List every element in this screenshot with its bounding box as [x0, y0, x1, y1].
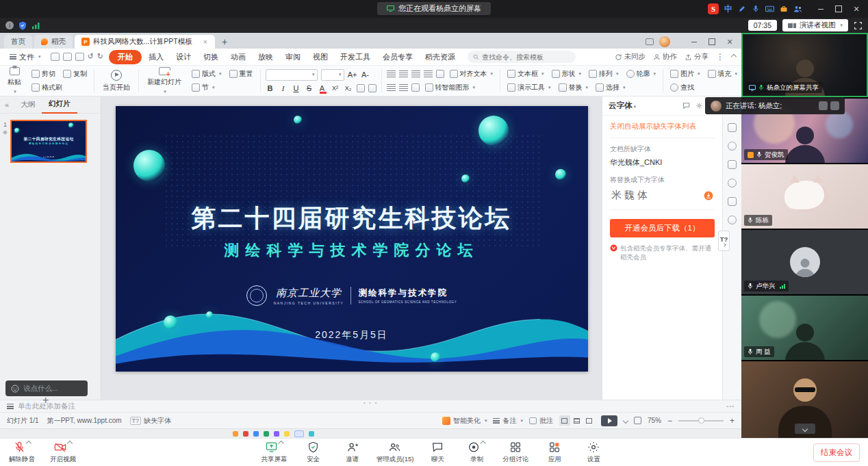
- workspace-icon[interactable]: [646, 38, 654, 45]
- unmute-button[interactable]: 解除静音: [7, 441, 37, 464]
- zoom-out-button[interactable]: [667, 416, 672, 426]
- zoom-in-button[interactable]: [730, 416, 735, 426]
- taskbar-app-icon[interactable]: [309, 431, 314, 437]
- align-justify-button[interactable]: [424, 70, 433, 77]
- paste-button[interactable]: 粘贴: [4, 67, 25, 94]
- menu-start[interactable]: 开始: [109, 50, 142, 64]
- textbox-button[interactable]: 文本框: [505, 68, 546, 79]
- menu-design[interactable]: 设计: [170, 50, 196, 64]
- new-tab-button[interactable]: +: [217, 36, 232, 49]
- toolbox-icon[interactable]: [780, 5, 788, 13]
- align-right-button[interactable]: [411, 70, 420, 77]
- format-painter-button[interactable]: 格式刷: [29, 82, 64, 93]
- clear-format-icon[interactable]: [368, 84, 376, 92]
- present-tools-button[interactable]: 演示工具: [505, 82, 553, 93]
- account-avatar[interactable]: [659, 36, 670, 47]
- font-size-select[interactable]: [321, 69, 344, 81]
- download-icon[interactable]: [704, 191, 713, 200]
- underline-button[interactable]: U: [292, 83, 301, 93]
- menu-member[interactable]: 会员专享: [377, 50, 418, 64]
- menu-insert[interactable]: 插入: [143, 50, 169, 64]
- slide-date[interactable]: 2022年5月5日: [116, 329, 588, 341]
- audio-options-chevron[interactable]: [25, 440, 31, 445]
- play-from-current-button[interactable]: 当页开始: [99, 67, 133, 94]
- zoom-level[interactable]: 75%: [648, 417, 661, 424]
- slide-subtitle[interactable]: 测绘科学与技术学院分论坛: [116, 240, 588, 261]
- menu-transition[interactable]: 切换: [198, 50, 224, 64]
- download-fonts-button[interactable]: 开通会员后下载（1）: [610, 219, 715, 237]
- smart-graphic-button[interactable]: 转智能图形: [423, 82, 478, 93]
- resource-pane-icon[interactable]: [728, 197, 737, 206]
- close-button[interactable]: [849, 3, 864, 14]
- info-icon[interactable]: [5, 21, 14, 29]
- strikethrough-button[interactable]: S: [305, 83, 314, 93]
- decrease-font-button[interactable]: A-: [361, 70, 370, 79]
- save-icon[interactable]: [51, 53, 60, 61]
- taskbar-app-icon[interactable]: [233, 431, 238, 437]
- align-left-button[interactable]: [387, 70, 396, 77]
- taskbar-app-icon[interactable]: [284, 431, 290, 437]
- increase-font-button[interactable]: A+: [348, 70, 357, 79]
- wps-close-button[interactable]: [722, 36, 737, 47]
- align-text-button[interactable]: 对齐文本: [448, 68, 496, 79]
- smart-beautify-button[interactable]: 智能美化: [442, 416, 487, 426]
- find-button[interactable]: 查找: [668, 82, 696, 93]
- notes-bar[interactable]: • • • 单击此处添加备注 •••: [0, 400, 741, 412]
- font-name-select[interactable]: [266, 69, 318, 81]
- superscript-button[interactable]: X²: [331, 83, 340, 93]
- zoom-slider-knob[interactable]: [698, 417, 704, 424]
- reset-button[interactable]: 重置: [227, 68, 255, 79]
- invite-button[interactable]: 邀请: [337, 441, 368, 464]
- raise-hand-icon[interactable]: [830, 101, 839, 110]
- emoji-icon[interactable]: [11, 385, 19, 393]
- menu-docer-res[interactable]: 稻壳资源: [420, 50, 461, 64]
- slideshow-play-button[interactable]: [601, 415, 617, 426]
- command-search-input[interactable]: [482, 53, 568, 61]
- replace-button[interactable]: 替换: [557, 82, 591, 93]
- minimize-button[interactable]: [813, 3, 828, 14]
- font-pane-title[interactable]: 云字体: [609, 101, 636, 111]
- file-menu[interactable]: 文件: [5, 51, 45, 64]
- section-button[interactable]: 节: [190, 82, 217, 93]
- slide-canvas[interactable]: 第二十四届研究生科技论坛 测绘科学与技术学院分论坛 南京工业大学 NANJING…: [101, 96, 602, 400]
- collaborate-button[interactable]: 协作: [653, 52, 677, 62]
- menu-animation[interactable]: 动画: [225, 50, 251, 64]
- menu-slideshow[interactable]: 放映: [253, 50, 279, 64]
- text-effects-icon[interactable]: [357, 84, 365, 92]
- fit-page-icon[interactable]: [634, 417, 641, 424]
- command-search[interactable]: [468, 51, 576, 63]
- cut-button[interactable]: 剪切: [29, 68, 58, 79]
- columns-icon[interactable]: [436, 70, 444, 78]
- maximize-button[interactable]: [831, 3, 846, 14]
- replacement-font-row[interactable]: 米魏体: [610, 187, 715, 210]
- notes-toggle-button[interactable]: 备注: [493, 416, 523, 426]
- more-menu-icon[interactable]: [716, 52, 724, 62]
- share-button[interactable]: 分享: [685, 52, 709, 62]
- fullscreen-icon[interactable]: [854, 21, 863, 30]
- slide-title[interactable]: 第二十四届研究生科技论坛: [116, 202, 588, 235]
- undo-icon[interactable]: ↺: [88, 53, 94, 61]
- menu-review[interactable]: 审阅: [280, 50, 306, 64]
- slide-thumbnail[interactable]: 第二十四届研究生科技论坛 测绘科学与技术学院分论坛 2022年5月5日: [10, 120, 87, 163]
- wps-minimize-button[interactable]: [687, 36, 702, 47]
- favorites-icon[interactable]: [728, 142, 737, 151]
- align-center-button[interactable]: [399, 70, 408, 77]
- shield-icon[interactable]: [18, 21, 27, 30]
- video-options-chevron[interactable]: [67, 440, 73, 445]
- reading-view-button[interactable]: [584, 415, 595, 426]
- tab-document[interactable]: P 科技风网络大数...计算PPT模板 ×: [75, 35, 215, 49]
- manage-members-button[interactable]: 管理成员(15): [376, 441, 414, 464]
- missing-font-name[interactable]: 华光魏体_CNKI: [610, 157, 715, 168]
- close-tab-icon[interactable]: ×: [203, 38, 208, 46]
- notes-more-icon[interactable]: •••: [727, 403, 735, 409]
- people-ime-icon[interactable]: [793, 5, 802, 13]
- italic-button[interactable]: I: [279, 83, 288, 93]
- collapse-panel-icon[interactable]: [0, 101, 14, 109]
- settings-button[interactable]: 设置: [578, 441, 609, 464]
- mic-ime-icon[interactable]: [752, 5, 760, 13]
- view-mode-selector[interactable]: 演讲者视图: [782, 19, 848, 31]
- tab-home[interactable]: 首页: [4, 35, 32, 49]
- shape-button[interactable]: 形状: [550, 68, 584, 79]
- notes-resize-handle[interactable]: • • •: [363, 400, 378, 405]
- auto-hide-fonts-link[interactable]: 关闭自动展示缺失字体列表: [610, 122, 715, 138]
